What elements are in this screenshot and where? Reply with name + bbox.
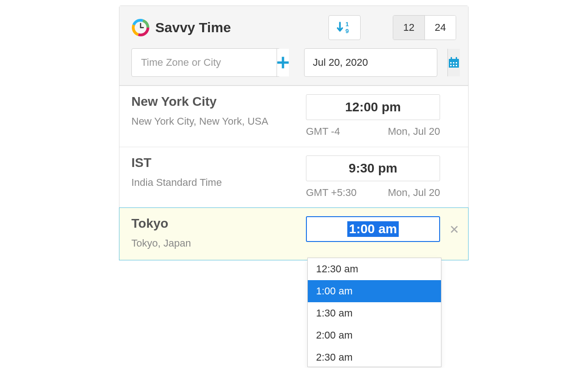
sort-button[interactable]: 1 9: [328, 15, 361, 40]
svg-rect-12: [450, 62, 452, 63]
date-input[interactable]: [305, 49, 447, 76]
calendar-icon: [448, 57, 460, 69]
time-column: 1:00 am: [306, 216, 440, 242]
time-input[interactable]: 9:30 pm: [306, 155, 440, 181]
remove-row-button[interactable]: ✕: [449, 216, 459, 237]
sort-numeric-icon: 1 9: [336, 21, 353, 34]
calendar-button[interactable]: [447, 49, 460, 76]
location-block: Tokyo Tokyo, Japan: [131, 216, 297, 251]
add-timezone-button[interactable]: [277, 49, 289, 76]
time-option[interactable]: 12:30 am: [308, 258, 441, 280]
timezone-row[interactable]: IST India Standard Time 9:30 pm GMT +5:3…: [119, 147, 468, 208]
time-input[interactable]: 12:00 pm: [306, 94, 440, 120]
time-dropdown-list[interactable]: 12:30 am 1:00 am 1:30 am 2:00 am 2:30 am: [308, 258, 441, 367]
header-row-2: [131, 48, 456, 77]
time-option[interactable]: 2:30 am: [308, 346, 441, 367]
location-subtitle: New York City, New York, USA: [131, 114, 297, 129]
time-dropdown: 12:30 am 1:00 am 1:30 am 2:00 am 2:30 am: [307, 258, 441, 367]
location-subtitle: India Standard Time: [131, 175, 297, 190]
svg-rect-17: [456, 65, 457, 66]
date-label: Mon, Jul 20: [388, 126, 440, 138]
date-label: Mon, Jul 20: [388, 187, 440, 199]
close-icon: ✕: [449, 223, 459, 236]
svg-rect-15: [450, 65, 452, 66]
header: Savvy Time 1 9 12 24: [119, 6, 468, 86]
location-block: New York City New York City, New York, U…: [131, 94, 297, 129]
header-row-1: Savvy Time 1 9 12 24: [131, 15, 456, 40]
time-input-focused[interactable]: 1:00 am: [306, 216, 440, 242]
logo-icon: [131, 18, 150, 37]
svg-rect-14: [456, 62, 457, 63]
time-option[interactable]: 2:00 am: [308, 324, 441, 346]
timezone-input-group: [131, 48, 280, 77]
svg-rect-10: [451, 57, 452, 60]
gmt-offset: GMT -4: [306, 126, 340, 138]
plus-icon: [277, 57, 289, 69]
location-title: IST: [131, 155, 297, 170]
svg-text:9: 9: [345, 28, 349, 34]
time-column: 9:30 pm GMT +5:30 Mon, Jul 20: [306, 155, 456, 199]
format-24-button[interactable]: 24: [424, 16, 456, 40]
format-12-button[interactable]: 12: [393, 16, 424, 40]
time-format-toggle: 12 24: [393, 15, 456, 40]
brand: Savvy Time: [131, 18, 323, 37]
time-column: 12:00 pm GMT -4 Mon, Jul 20: [306, 94, 456, 138]
time-meta: GMT +5:30 Mon, Jul 20: [306, 187, 440, 199]
timezone-row[interactable]: New York City New York City, New York, U…: [119, 86, 468, 147]
timezone-input[interactable]: [132, 49, 277, 76]
svg-rect-11: [456, 57, 457, 60]
location-title: New York City: [131, 94, 297, 109]
timezone-row-active[interactable]: Tokyo Tokyo, Japan 1:00 am ✕: [119, 207, 469, 260]
time-option[interactable]: 1:30 am: [308, 302, 441, 324]
time-selected-text: 1:00 am: [347, 221, 399, 237]
location-title: Tokyo: [131, 216, 297, 231]
location-block: IST India Standard Time: [131, 155, 297, 190]
time-option-selected[interactable]: 1:00 am: [308, 280, 441, 302]
svg-rect-13: [453, 62, 454, 63]
svg-rect-16: [453, 65, 454, 66]
svg-text:1: 1: [345, 21, 349, 28]
app-container: Savvy Time 1 9 12 24: [119, 6, 469, 260]
time-meta: GMT -4 Mon, Jul 20: [306, 126, 440, 138]
location-subtitle: Tokyo, Japan: [131, 236, 297, 251]
brand-title: Savvy Time: [155, 20, 231, 35]
gmt-offset: GMT +5:30: [306, 187, 356, 199]
date-input-group: [304, 48, 437, 77]
